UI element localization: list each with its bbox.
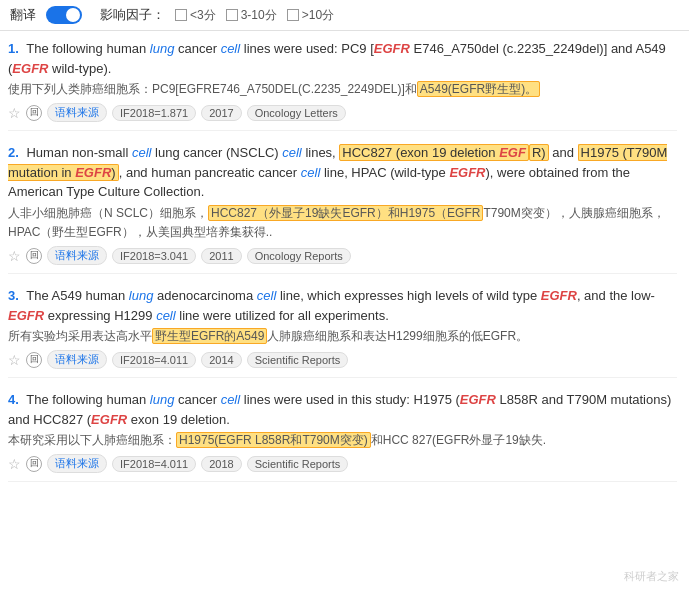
- result-3-chinese-highlight: 野生型EGFR的A549: [152, 328, 267, 344]
- result-1-chinese-highlight: A549(EGFR野生型)。: [417, 81, 540, 97]
- result-4-chinese-highlight: H1975(EGFR L858R和T790M突变): [176, 432, 371, 448]
- result-1-num: 1.: [8, 41, 19, 56]
- checkbox-lt3[interactable]: [175, 9, 187, 21]
- filter-label: 影响因子：: [100, 6, 165, 24]
- result-4-circle[interactable]: 回: [26, 456, 42, 472]
- result-2-meta: ☆ 回 语料来源 IF2018=3.041 2011 Oncology Repo…: [8, 246, 677, 265]
- result-3-text: 3. The A549 human lung adenocarcinoma ce…: [8, 286, 677, 325]
- filter-gt10-label: >10分: [302, 7, 334, 24]
- filter-lt3-label: <3分: [190, 7, 216, 24]
- result-4-year-tag[interactable]: 2018: [201, 456, 241, 472]
- result-1-egfr2: EGFR: [12, 61, 48, 76]
- result-3-star[interactable]: ☆: [8, 352, 21, 368]
- result-3-cell2: cell: [156, 308, 176, 323]
- result-1-chinese-before: 使用下列人类肺癌细胞系：PC9[EGFRE746_A750DEL(C.2235_…: [8, 82, 417, 96]
- result-1-source-tag[interactable]: 语料来源: [47, 103, 107, 122]
- result-2-cell1: cell: [132, 145, 152, 160]
- result-2-if-tag[interactable]: IF2018=3.041: [112, 248, 196, 264]
- result-1-text: 1. The following human lung cancer cell …: [8, 39, 677, 78]
- result-3-journal-tag[interactable]: Scientific Reports: [247, 352, 349, 368]
- result-4-text: 4. The following human lung cancer cell …: [8, 390, 677, 429]
- result-2-egfr2: EGFR: [75, 165, 111, 180]
- result-1-journal-tag[interactable]: Oncology Letters: [247, 105, 346, 121]
- result-2-journal-tag[interactable]: Oncology Reports: [247, 248, 351, 264]
- result-4-egfr1: EGFR: [460, 392, 496, 407]
- result-1-chinese: 使用下列人类肺癌细胞系：PC9[EGFRE746_A750DEL(C.2235_…: [8, 80, 677, 99]
- result-3-lung: lung: [129, 288, 154, 303]
- result-3-if-tag[interactable]: IF2018=4.011: [112, 352, 196, 368]
- result-1-egfr1: EGFR: [374, 41, 410, 56]
- result-3: 3. The A549 human lung adenocarcinoma ce…: [8, 286, 677, 378]
- result-4-num: 4.: [8, 392, 19, 407]
- result-3-meta: ☆ 回 语料来源 IF2018=4.011 2014 Scientific Re…: [8, 350, 677, 369]
- result-1-star[interactable]: ☆: [8, 105, 21, 121]
- result-2-chinese-highlight: HCC827（外显子19缺失EGFR）和H1975（EGFR: [208, 205, 483, 221]
- filter-lt3[interactable]: <3分: [175, 7, 216, 24]
- result-2-cell2: cell: [282, 145, 302, 160]
- result-2-num: 2.: [8, 145, 19, 160]
- result-3-egfr2: EGFR: [8, 308, 44, 323]
- result-1-if-tag[interactable]: IF2018=1.871: [112, 105, 196, 121]
- result-2-cell3: cell: [301, 165, 321, 180]
- result-2-source-tag[interactable]: 语料来源: [47, 246, 107, 265]
- result-2-highlight2: H1975 (T790M mutation in EGFR): [8, 144, 667, 181]
- result-4-source-tag[interactable]: 语料来源: [47, 454, 107, 473]
- result-3-chinese-before: 所有实验均采用表达高水平: [8, 329, 152, 343]
- result-3-egfr1: EGFR: [541, 288, 577, 303]
- filter-gt10[interactable]: >10分: [287, 7, 334, 24]
- result-4-star[interactable]: ☆: [8, 456, 21, 472]
- result-2-egfr1: EGF: [499, 145, 526, 160]
- result-2: 2. Human non-small cell lung cancer (NSC…: [8, 143, 677, 274]
- result-2-highlight1: HCC827 (exon 19 deletion EGF: [339, 144, 529, 161]
- top-bar: 翻译 影响因子： <3分 3-10分 >10分: [0, 0, 689, 31]
- result-3-cell: cell: [257, 288, 277, 303]
- watermark: 科研者之家: [624, 569, 679, 584]
- result-4-if-tag[interactable]: IF2018=4.011: [112, 456, 196, 472]
- result-4-journal-tag[interactable]: Scientific Reports: [247, 456, 349, 472]
- result-2-circle[interactable]: 回: [26, 248, 42, 264]
- result-2-chinese-before: 人非小细胞肺癌（N SCLC）细胞系，: [8, 206, 208, 220]
- result-4-egfr2: EGFR: [91, 412, 127, 427]
- result-3-chinese-after: 人肺腺癌细胞系和表达H1299细胞系的低EGFR。: [267, 329, 528, 343]
- result-4-chinese-before: 本研究采用以下人肺癌细胞系：: [8, 433, 176, 447]
- translate-label: 翻译: [10, 6, 36, 24]
- result-3-source-tag[interactable]: 语料来源: [47, 350, 107, 369]
- result-2-highlight1b: R): [529, 144, 549, 161]
- result-4-meta: ☆ 回 语料来源 IF2018=4.011 2018 Scientific Re…: [8, 454, 677, 473]
- checkbox-gt10[interactable]: [287, 9, 299, 21]
- result-1-meta: ☆ 回 语料来源 IF2018=1.871 2017 Oncology Lett…: [8, 103, 677, 122]
- results-container: 1. The following human lung cancer cell …: [0, 31, 689, 502]
- result-1-year-tag[interactable]: 2017: [201, 105, 241, 121]
- result-1: 1. The following human lung cancer cell …: [8, 39, 677, 131]
- result-3-num: 3.: [8, 288, 19, 303]
- translate-toggle[interactable]: [46, 6, 82, 24]
- filter-3to10-label: 3-10分: [241, 7, 277, 24]
- result-4-chinese: 本研究采用以下人肺癌细胞系：H1975(EGFR L858R和T790M突变)和…: [8, 431, 677, 450]
- result-4-lung: lung: [150, 392, 175, 407]
- filter-3to10[interactable]: 3-10分: [226, 7, 277, 24]
- result-1-lung: lung: [150, 41, 175, 56]
- result-2-text: 2. Human non-small cell lung cancer (NSC…: [8, 143, 677, 202]
- result-1-cell: cell: [221, 41, 241, 56]
- result-2-star[interactable]: ☆: [8, 248, 21, 264]
- result-1-circle[interactable]: 回: [26, 105, 42, 121]
- checkbox-3to10[interactable]: [226, 9, 238, 21]
- result-3-chinese: 所有实验均采用表达高水平野生型EGFR的A549人肺腺癌细胞系和表达H1299细…: [8, 327, 677, 346]
- result-2-year-tag[interactable]: 2011: [201, 248, 241, 264]
- result-3-circle[interactable]: 回: [26, 352, 42, 368]
- result-2-egfr3: EGFR: [449, 165, 485, 180]
- result-4: 4. The following human lung cancer cell …: [8, 390, 677, 482]
- result-3-year-tag[interactable]: 2014: [201, 352, 241, 368]
- result-4-cell: cell: [221, 392, 241, 407]
- result-4-chinese-after: 和HCC 827(EGFR外显子19缺失.: [371, 433, 546, 447]
- result-2-chinese: 人非小细胞肺癌（N SCLC）细胞系，HCC827（外显子19缺失EGFR）和H…: [8, 204, 677, 242]
